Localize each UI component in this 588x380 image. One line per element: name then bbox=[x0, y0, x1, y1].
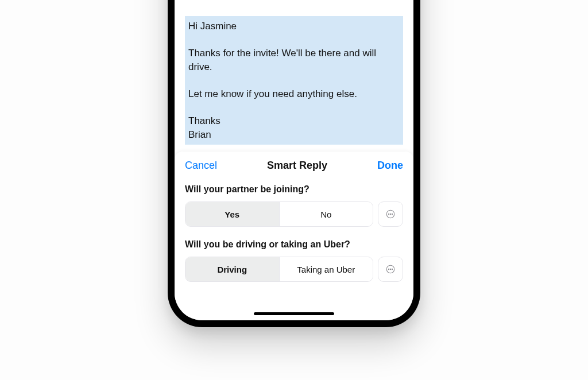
smart-reply-sheet: Cancel Smart Reply Done Will your partne… bbox=[175, 152, 413, 320]
question-2-option-uber[interactable]: Taking an Uber bbox=[279, 257, 373, 281]
email-signoff: Thanks bbox=[188, 114, 400, 129]
question-2-more-button[interactable] bbox=[378, 257, 403, 282]
sheet-header: Cancel Smart Reply Done bbox=[185, 160, 403, 172]
email-body-area: Hi Jasmine Thanks for the invite! We'll … bbox=[175, 0, 413, 152]
question-2-text: Will you be driving or taking an Uber? bbox=[185, 239, 403, 250]
svg-point-3 bbox=[392, 214, 392, 214]
email-sender-name: Brian bbox=[188, 128, 214, 142]
ellipsis-circle-icon bbox=[385, 209, 396, 219]
ellipsis-circle-icon bbox=[385, 264, 396, 274]
svg-point-7 bbox=[392, 269, 392, 269]
cancel-button[interactable]: Cancel bbox=[185, 160, 217, 172]
question-2-option-driving[interactable]: Driving bbox=[185, 257, 279, 281]
question-1-options: Yes No bbox=[185, 201, 373, 227]
svg-point-2 bbox=[390, 214, 390, 214]
question-1-more-button[interactable] bbox=[378, 201, 403, 227]
question-block-1: Will your partner be joining? Yes No bbox=[185, 184, 403, 227]
question-1-option-yes[interactable]: Yes bbox=[185, 202, 279, 226]
question-block-2: Will you be driving or taking an Uber? D… bbox=[185, 239, 403, 282]
email-body-line-1: Thanks for the invite! We'll be there an… bbox=[188, 46, 400, 75]
phone-screen: Hi Jasmine Thanks for the invite! We'll … bbox=[175, 0, 413, 320]
done-button[interactable]: Done bbox=[377, 160, 403, 172]
question-1-text: Will your partner be joining? bbox=[185, 184, 403, 195]
svg-point-1 bbox=[388, 214, 389, 214]
question-2-options: Driving Taking an Uber bbox=[185, 257, 373, 282]
sheet-title: Smart Reply bbox=[267, 160, 327, 172]
phone-frame: Hi Jasmine Thanks for the invite! We'll … bbox=[168, 0, 420, 327]
email-body-line-2: Let me know if you need anything else. bbox=[188, 87, 400, 102]
email-draft-highlight[interactable]: Hi Jasmine Thanks for the invite! We'll … bbox=[185, 16, 403, 145]
svg-point-5 bbox=[388, 269, 389, 269]
question-1-option-no[interactable]: No bbox=[279, 202, 373, 226]
email-greeting: Hi Jasmine bbox=[188, 20, 400, 34]
svg-point-6 bbox=[390, 269, 390, 269]
home-indicator[interactable] bbox=[254, 312, 334, 315]
